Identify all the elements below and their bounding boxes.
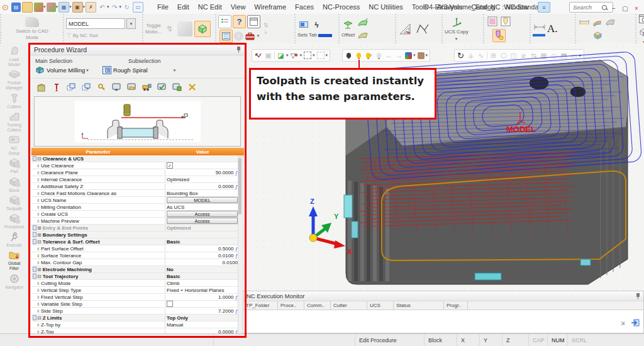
offset-label[interactable]: Offset	[341, 32, 355, 38]
process-list-icon[interactable]	[219, 30, 233, 43]
rainbow-cube-icon[interactable]	[591, 30, 603, 42]
model-combobox[interactable]: MODEL	[66, 18, 125, 29]
polyline-icon[interactable]	[415, 21, 430, 36]
save-toolpath-icon[interactable]	[172, 82, 182, 92]
param-row-side-step[interactable]: ¢Side Step7.2000ƒ	[31, 308, 244, 315]
wizard-title-bar[interactable]: Procedure Wizard	[30, 44, 245, 55]
copy-toolpath-icon[interactable]	[82, 82, 91, 92]
link-remove-icon[interactable]: ✗	[86, 2, 96, 13]
collapse-icon[interactable]: ⊟	[37, 156, 42, 162]
restore-button[interactable]: ▢	[619, 2, 630, 14]
param-row-ucs-name[interactable]: ¢UCS NameMODEL	[31, 197, 244, 204]
param-value[interactable]: No	[165, 267, 239, 272]
ucs-copy-caret[interactable]: ▾	[455, 36, 458, 42]
save-icon[interactable]: ▤	[11, 3, 21, 12]
boundary-icon[interactable]	[36, 82, 46, 92]
param-row-clearance-plane[interactable]: ¢Clearance Plane50.0000ƒ	[31, 169, 244, 176]
pin-icon[interactable]	[236, 47, 241, 53]
param-value[interactable]: Access	[165, 211, 239, 217]
monitor-column-tp-folder[interactable]: TP_Folder	[243, 301, 278, 310]
param-value[interactable]	[165, 301, 239, 307]
param-value[interactable]: Manual	[165, 322, 239, 328]
expand-icon[interactable]: ⊞	[37, 225, 42, 231]
dropdown-caret-icon[interactable]: ▾	[83, 4, 86, 9]
sidebar-item-turning-cutters[interactable]: TurningCutters	[0, 111, 29, 133]
param-row-use-clearance[interactable]: ¢Use Clearance✓	[31, 162, 244, 169]
param-value[interactable]: 0.0100ƒ	[165, 253, 239, 259]
monitor-column-ucs[interactable]: UCS	[367, 301, 394, 310]
deselect-pointer-icon[interactable]: ↖✗	[254, 51, 262, 60]
param-value[interactable]: Optimized	[165, 225, 239, 231]
search-icon[interactable]	[602, 5, 607, 10]
checklist-icon[interactable]	[218, 15, 231, 28]
open-folder-icon[interactable]	[22, 2, 33, 13]
unpin-icon[interactable]: ✈	[618, 318, 628, 328]
sidebar-item-global-filter[interactable]: GlobalFilter	[0, 249, 29, 271]
param-row-part-surface-offset[interactable]: ¢Part Surface Offset0.5000ƒ	[31, 245, 244, 252]
menu-wireframe[interactable]: Wireframe	[250, 3, 291, 11]
main-selection-caret[interactable]: ▾	[86, 68, 89, 73]
model-combobox-caret[interactable]: ▾	[126, 18, 136, 29]
model-pink-icon[interactable]	[47, 3, 56, 12]
param-value[interactable]: Fixed + Horizontal Planes	[165, 287, 239, 293]
param-row-surface-tolerance[interactable]: ¢Surface Tolerance0.0100ƒ	[31, 252, 244, 259]
motion-zigzag-icon[interactable]: ϟ	[311, 19, 323, 31]
gray-surface-icon[interactable]	[604, 16, 616, 28]
window-zoom-icon[interactable]	[638, 14, 644, 25]
collapse-icon[interactable]: ⊟	[37, 315, 42, 321]
param-value[interactable]: Bounding Box	[165, 191, 239, 196]
dropdown-caret-icon[interactable]: ▾	[107, 4, 109, 9]
search-box[interactable]	[569, 2, 613, 13]
sidebar-item-toolpath[interactable]: Toolpath	[0, 194, 29, 211]
setsquare-icon[interactable]	[398, 21, 413, 36]
minimize-button[interactable]: −	[608, 2, 619, 14]
menu-nc-edit[interactable]: NC Edit	[194, 3, 226, 11]
model-green-icon[interactable]	[34, 3, 43, 12]
param-value[interactable]: As UCS	[165, 204, 239, 210]
value-button[interactable]: MODEL	[167, 197, 238, 203]
param-value[interactable]: 0.0100	[165, 260, 239, 265]
monitor-column-progr-[interactable]: Progr..	[444, 301, 468, 310]
workflow-icon[interactable]: ≡	[538, 2, 550, 13]
capture-icon[interactable]: ▦	[58, 2, 69, 13]
main-selection-combo[interactable]: Volume Milling ▾	[35, 66, 89, 74]
sidebar-item-nc-setup[interactable]: NCSetup	[0, 134, 29, 156]
param-row-variable-side-step[interactable]: ¢Variable Side Step	[31, 301, 244, 308]
subselection-caret[interactable]: ▾	[174, 68, 176, 73]
param-value[interactable]: 7.2000ƒ	[165, 308, 239, 314]
cube-zoom-icon[interactable]	[638, 26, 644, 38]
search-input[interactable]	[572, 3, 602, 11]
export-arrow-icon[interactable]	[631, 318, 640, 329]
sets-tab-label[interactable]: Sets Tab	[297, 32, 317, 38]
param-value[interactable]: Optimized	[165, 177, 239, 182]
param-row-machine-preview[interactable]: ¢Machine PreviewAccess	[31, 218, 244, 225]
pin-icon[interactable]	[636, 293, 640, 299]
graphics-viewport[interactable]: ↖✗ ▣ ◪▾ ▽✱▾ ▾ ▾ ? ← → ▾ ▾ ↻ ⚶ ∿ ⊞ ⬡ ◫ ⌀	[247, 43, 644, 291]
menu-edit[interactable]: Edit	[173, 3, 194, 11]
switch-to-cad-group[interactable]: Switch to CADMode	[0, 14, 63, 43]
dimension-icon[interactable]	[533, 21, 545, 33]
sidebar-item-navigator[interactable]: Navigator	[0, 273, 29, 290]
ucs-copy-label[interactable]: UCS Copy	[445, 29, 469, 35]
param-row-cutting-mode[interactable]: ¢Cutting ModeClimb	[31, 280, 244, 287]
menu-faces[interactable]: Faces	[291, 3, 318, 11]
pocket-drill-icon[interactable]	[499, 16, 511, 28]
undo-icon[interactable]: ↶	[97, 3, 107, 12]
value-checkbox[interactable]	[167, 301, 173, 307]
param-row-fixed-vertical-step[interactable]: ¢Fixed Vertical Step1.0000ƒ	[31, 294, 244, 301]
select-faces-icon[interactable]: ◪	[277, 51, 285, 60]
group-row-tolerance-surf-offset[interactable]: ⊟Tolerance & Surf. OffsetBasic	[31, 238, 244, 245]
machine-folder-icon[interactable]	[127, 82, 136, 92]
redo-icon[interactable]: ↷	[110, 3, 119, 12]
toggle-motion-icon[interactable]: ↯	[164, 23, 175, 35]
menu-nc-process[interactable]: NC-Process	[318, 3, 364, 11]
collapse-icon[interactable]: ⊟	[37, 239, 42, 245]
offset-icon[interactable]	[342, 19, 354, 31]
group-row-entry-end-points[interactable]: ⊞Entry & End PointsOptimized	[31, 225, 244, 232]
group-row-boundary-settings[interactable]: ⊞Boundary Settings	[31, 232, 244, 238]
layout-icon[interactable]: ▭	[133, 2, 143, 13]
refresh-icon[interactable]: ↻	[122, 3, 131, 12]
stock-cube-icon[interactable]	[177, 21, 192, 36]
param-value[interactable]: Access	[165, 218, 239, 224]
simulation-icon[interactable]	[142, 82, 152, 92]
